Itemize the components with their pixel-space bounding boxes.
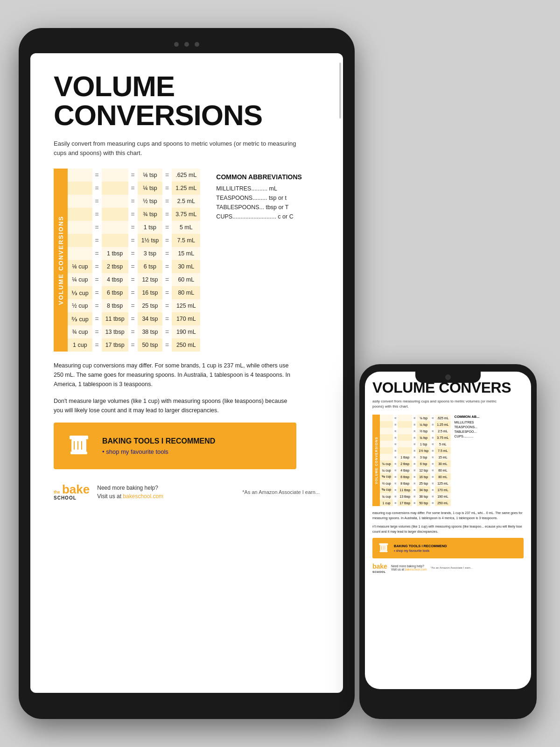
table-cell: 170 mL (172, 312, 200, 325)
phone-table-cell (380, 441, 393, 447)
phone-abbrev-box: COMMON AB... MILLILITRES TEASPOONS... TA… (455, 415, 497, 506)
phone-abbrev-title: COMMON AB... (455, 415, 497, 419)
phone-table-cell: = (430, 421, 435, 428)
phone-tools-icon (377, 542, 390, 555)
phone-table-cell: = (430, 486, 435, 493)
table-row: ==⅛ tsp=.625 mL (68, 169, 200, 182)
table-cell: = (162, 273, 172, 286)
conversion-table: ==⅛ tsp=.625 mL==¼ tsp=1.25 mL==½ tsp=2.… (68, 169, 200, 352)
phone-table-cell: = (393, 441, 398, 447)
phone-table-cell: = (430, 447, 435, 454)
tools-title: BAKING TOOLS I RECOMMEND (102, 437, 215, 445)
logo-the: the (54, 490, 60, 494)
note-paragraph: Measuring cup conversions may differ. Fo… (54, 361, 296, 389)
table-cell: = (162, 221, 172, 234)
tablet-camera-row (174, 42, 199, 47)
phone-table-cell: 170 mL (435, 486, 450, 493)
abbrev-title: COMMON ABBREVIATIONS (216, 173, 305, 181)
svg-rect-0 (70, 436, 88, 439)
phone-table-cell: = (412, 480, 417, 486)
phone-table-cell: = (430, 467, 435, 473)
phone-table-cell: = (393, 460, 398, 467)
phone-table-cell: = (412, 428, 417, 434)
phone-baking-tools-banner[interactable]: BAKING TOOLS I RECOMMEND • shop my favou… (372, 538, 524, 558)
table-cell: 7.5 mL (172, 234, 200, 247)
footer-text: Need more baking help? Visit us at bakes… (97, 484, 163, 500)
phone-table-cell: = (412, 473, 417, 480)
phone-footer-link[interactable]: bakeschool.com (405, 568, 427, 571)
phone-table-cell: .625 mL (435, 415, 450, 421)
phone-table-cell (380, 454, 393, 460)
phone-table-row: ==½ tsp=2.5 mL (380, 428, 451, 434)
phone-table-cell: 6 tsp (417, 460, 430, 467)
phone-vertical-label: VOLUME CONVERSIONS (372, 415, 380, 506)
footer-text-2: Visit us at (97, 493, 123, 500)
footer-link[interactable]: bakeschool.com (123, 493, 163, 500)
table-row: ¾ cup=13 tbsp=38 tsp=190 mL (68, 325, 200, 338)
table-cell: 3.75 mL (172, 208, 200, 221)
phone-table-cell (398, 421, 412, 428)
table-cell: ¼ tsp (138, 182, 163, 195)
phone-table-cell: ½ cup (380, 480, 393, 486)
phone-table-cell: = (430, 493, 435, 500)
phone-table-cell: = (430, 460, 435, 467)
phone-table-cell: ⅛ cup (380, 460, 393, 467)
phone-table-cell: 5 mL (435, 441, 450, 447)
table-cell: = (128, 208, 138, 221)
phone-table-cell: = (412, 434, 417, 441)
phone-table-cell: 250 mL (435, 500, 450, 506)
table-cell: 13 tbsp (102, 325, 128, 338)
table-cell: = (128, 182, 138, 195)
table-cell (102, 221, 128, 234)
table-cell: = (162, 247, 172, 260)
subtitle-text: Easily convert from measuring cups and s… (54, 139, 296, 157)
abbrev-item: TABLESPOONS... tbsp or T (216, 204, 305, 211)
table-cell (102, 195, 128, 208)
phone-table-cell: 190 mL (435, 493, 450, 500)
svg-rect-2 (70, 451, 87, 454)
table-cell: ⅔ cup (68, 312, 92, 325)
phone-table-cell: ¼ tsp (417, 421, 430, 428)
table-cell: ⅛ cup (68, 260, 92, 273)
phone-table-cell: = (412, 467, 417, 473)
phone-tools-link[interactable]: • shop my favourite tools (394, 549, 447, 552)
phone-table-cell: = (412, 500, 417, 506)
table-row: 1 cup=17 tbsp=50 tsp=250 mL (68, 338, 200, 352)
tablet-camera-dot-1 (174, 42, 179, 47)
phone-table-cell: 3 tsp (417, 454, 430, 460)
phone-tools-text: BAKING TOOLS I RECOMMEND • shop my favou… (394, 544, 447, 552)
table-cell: 25 tsp (138, 299, 163, 312)
phone-table-cell: ⅛ tsp (417, 415, 430, 421)
phone-screen: VOLUME CONVERS asily convert from measur… (365, 372, 531, 689)
phone-table-cell: = (430, 434, 435, 441)
phone-table-cell: = (393, 428, 398, 434)
tools-link[interactable]: shop my favourite tools (102, 448, 215, 455)
table-cell: = (92, 234, 102, 247)
table-cell: 1 tsp (138, 221, 163, 234)
table-row: ==¼ tsp=1.25 mL (68, 182, 200, 195)
table-cell: 60 mL (172, 273, 200, 286)
phone-table-row: ½ cup=8 tbsp=25 tsp=125 mL (380, 480, 451, 486)
phone-abbrev-ml: MILLILITRES (455, 421, 497, 424)
phone-table-cell: 1.25 mL (435, 421, 450, 428)
table-cell: 4 tbsp (102, 273, 128, 286)
table-row: ==1 tsp=5 mL (68, 221, 200, 234)
table-cell: 5 mL (172, 221, 200, 234)
baking-tools-banner[interactable]: BAKING TOOLS I RECOMMEND shop my favouri… (54, 423, 296, 469)
table-cell (68, 182, 92, 195)
table-cell (102, 208, 128, 221)
phone-table-cell: 30 mL (435, 460, 450, 467)
table-cell: 17 tbsp (102, 338, 128, 352)
phone-table-cell: 13 tbsp (398, 493, 412, 500)
table-cell: 2.5 mL (172, 195, 200, 208)
phone-table-row: ⅓ cup=6 tbsp=16 tsp=80 mL (380, 473, 451, 480)
phone-table-cell: ⅔ cup (380, 486, 393, 493)
table-cell: = (92, 312, 102, 325)
phone-note-2: n't measure large volumes (like 1 cup) w… (372, 524, 524, 534)
phone-table-cell: = (393, 434, 398, 441)
phone-logo: bake SCHOOL (372, 562, 387, 573)
phone-table-cell: = (393, 480, 398, 486)
table-cell: = (92, 221, 102, 234)
table-cell: = (128, 312, 138, 325)
phone-conversion-table: ==⅛ tsp=.625 mL==¼ tsp=1.25 mL==½ tsp=2.… (380, 415, 451, 506)
